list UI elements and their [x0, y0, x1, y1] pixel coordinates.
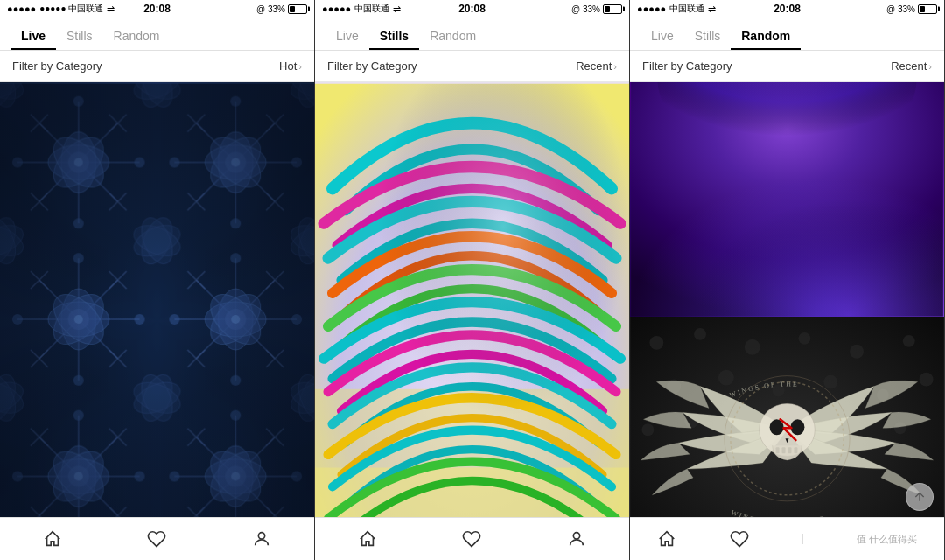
svg-point-18 — [258, 533, 264, 539]
nav-divider-3 — [802, 534, 803, 544]
arrow-up-icon — [913, 490, 927, 504]
status-bar-2: ●●●●● 中国联通 ⇌ 20:08 @ 33% — [315, 0, 629, 18]
signal-strength-1: @ 33% — [256, 4, 285, 14]
chevron-right-1: › — [298, 61, 302, 72]
battery-fill-2 — [605, 6, 610, 12]
filter-bar-1: Filter by Category Hot › — [0, 51, 314, 82]
content-1[interactable] — [0, 82, 314, 560]
tab-stills-2[interactable]: Stills — [369, 29, 419, 50]
chevron-right-3: › — [928, 61, 932, 72]
filter-label-3[interactable]: Filter by Category — [642, 60, 732, 73]
nav-profile-1[interactable] — [252, 529, 271, 549]
nav-heart-1[interactable] — [147, 529, 166, 549]
time-1: 20:08 — [144, 3, 171, 15]
carrier-3: ●●●●● 中国联通 ⇌ — [637, 3, 716, 15]
svg-point-38 — [718, 369, 734, 385]
battery-area-2: @ 33% — [571, 4, 622, 14]
battery-area-1: @ 33% — [256, 4, 307, 14]
svg-point-36 — [903, 334, 915, 346]
tab-stills-1[interactable]: Stills — [56, 29, 103, 50]
tab-random-3[interactable]: Random — [731, 29, 801, 50]
purple-orb-svg — [630, 82, 944, 317]
svg-point-34 — [798, 332, 810, 344]
time-2: 20:08 — [458, 3, 486, 15]
battery-area-3: @ 33% — [886, 4, 937, 14]
profile-icon-2 — [567, 529, 586, 549]
tab-bar-3: Live Stills Random — [630, 18, 944, 51]
wifi-2: ⇌ — [393, 4, 401, 15]
nav-heart-3[interactable] — [730, 529, 749, 549]
content-3[interactable]: WINGS OF THE FREE WINGS OF THE — [630, 82, 944, 560]
bottom-nav-1 — [0, 517, 314, 560]
signal-strength-3: @ 33% — [886, 4, 915, 14]
heart-icon-1 — [147, 529, 166, 549]
sort-1[interactable]: Hot › — [279, 60, 302, 73]
nav-home-1[interactable] — [43, 529, 62, 549]
panel-2: ●●●●● 中国联通 ⇌ 20:08 @ 33% Live Stills Ran… — [315, 0, 630, 560]
svg-point-43 — [641, 424, 654, 436]
tab-bar-2: Live Stills Random — [315, 18, 629, 51]
time-3: 20:08 — [774, 3, 801, 15]
home-icon-1 — [43, 529, 62, 549]
carrier-2: ●●●●● 中国联通 ⇌ — [322, 3, 401, 15]
signal-strength-2: @ 33% — [571, 4, 600, 14]
panel-1: ●●●●● ●●●●● 中国联通 ⇌ 20:08 @ 33% Live Stil… — [0, 0, 315, 560]
tab-live-3[interactable]: Live — [640, 29, 684, 50]
sort-2[interactable]: Recent › — [576, 60, 617, 73]
profile-icon-1 — [252, 529, 271, 549]
home-icon-2 — [358, 529, 377, 549]
bottom-nav-2 — [315, 517, 629, 560]
svg-point-32 — [694, 327, 706, 340]
tab-bar-1: Live Stills Random — [0, 18, 314, 51]
battery-icon-2 — [603, 4, 622, 14]
signal-dots-1: ●●●●● — [7, 4, 36, 14]
nav-home-2[interactable] — [358, 529, 377, 549]
svg-point-35 — [850, 344, 864, 358]
filter-bar-3: Filter by Category Recent › — [630, 51, 944, 82]
tab-live-2[interactable]: Live — [326, 29, 369, 50]
sort-3[interactable]: Recent › — [891, 60, 932, 73]
carrier-1: ●●●●● ●●●●● 中国联通 ⇌ — [7, 3, 115, 15]
svg-point-25 — [573, 533, 579, 539]
nav-heart-2[interactable] — [462, 529, 481, 549]
scroll-up-button[interactable] — [906, 483, 934, 511]
wallpaper-3-top — [630, 82, 944, 317]
signal-dots-2: ●●●●● — [322, 4, 351, 14]
svg-point-51 — [790, 419, 804, 435]
battery-icon-1 — [288, 4, 307, 14]
wallpaper-1 — [0, 82, 314, 560]
heart-icon-3 — [730, 529, 749, 549]
svg-rect-29 — [631, 82, 943, 317]
filter-bar-2: Filter by Category Recent › — [315, 51, 629, 82]
wifi-1: ⇌ — [107, 4, 115, 15]
svg-point-31 — [649, 335, 663, 349]
chevron-right-2: › — [613, 61, 617, 72]
kaleido-pattern-1 — [0, 82, 314, 560]
slinky-svg — [315, 82, 629, 560]
filter-label-2[interactable]: Filter by Category — [327, 60, 417, 73]
status-bar-3: ●●●●● 中国联通 ⇌ 20:08 @ 33% — [630, 0, 944, 18]
svg-point-42 — [920, 372, 934, 386]
wifi-3: ⇌ — [708, 4, 716, 15]
svg-rect-17 — [0, 84, 314, 558]
battery-fill-3 — [920, 6, 925, 12]
tab-live-1[interactable]: Live — [10, 29, 56, 50]
battery-icon-3 — [918, 4, 937, 14]
status-bar-1: ●●●●● ●●●●● 中国联通 ⇌ 20:08 @ 33% — [0, 0, 314, 18]
signal-dots-3: ●●●●● — [637, 4, 666, 14]
heart-icon-2 — [462, 529, 481, 549]
tab-random-2[interactable]: Random — [419, 29, 486, 50]
filter-label-1[interactable]: Filter by Category — [12, 60, 102, 73]
tab-random-1[interactable]: Random — [103, 29, 171, 50]
svg-point-40 — [823, 374, 837, 388]
tab-stills-3[interactable]: Stills — [684, 29, 732, 50]
nav-home-3[interactable] — [657, 529, 676, 549]
nav-profile-2[interactable] — [567, 529, 586, 549]
content-2[interactable] — [315, 82, 629, 560]
bottom-nav-3: 值 什么值得买 — [630, 517, 944, 560]
wallpaper-2 — [315, 82, 629, 560]
nav-text-3: 值 什么值得买 — [857, 533, 917, 546]
battery-fill-1 — [290, 6, 295, 12]
panel-3: ●●●●● 中国联通 ⇌ 20:08 @ 33% Live Stills Ran… — [630, 0, 945, 560]
home-icon-3 — [657, 529, 676, 549]
